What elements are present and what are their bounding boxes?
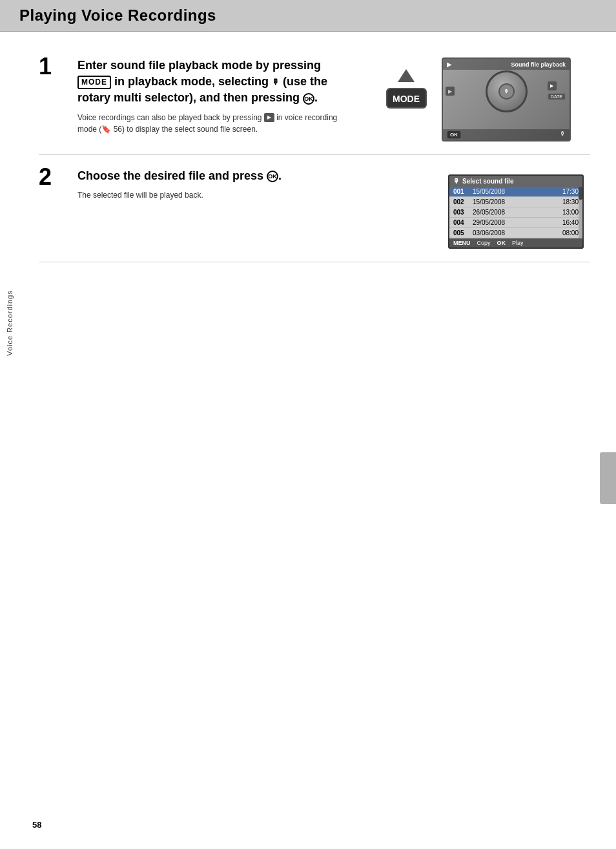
file-time-3: 13:00 <box>556 209 579 216</box>
ok-button-label-2: OK <box>267 171 278 182</box>
screen-top-bar: ▶ Sound file playback <box>443 59 570 70</box>
side-label: Voice Recordings <box>0 258 19 388</box>
screen-title: Sound file playback <box>511 61 566 68</box>
file-time-5: 08:00 <box>556 229 579 236</box>
mode-button-svg: MODE <box>379 66 434 121</box>
step-1-number: 1 <box>39 55 65 78</box>
file-row: 005 03/06/2008 08:00 <box>449 228 582 238</box>
file-num-3: 003 <box>453 209 469 216</box>
file-row: 002 15/05/2008 18:30 <box>449 197 582 207</box>
page-header: Playing Voice Recordings <box>0 0 616 32</box>
screen-bottom-bar: OK 🎙 <box>443 129 570 140</box>
step-2-desc: The selected file will be played back. <box>77 189 429 201</box>
scrollbar-thumb[interactable] <box>579 187 582 200</box>
step-1-text: Enter sound file playback mode by pressi… <box>77 58 364 135</box>
scrollbar-track[interactable] <box>579 187 582 238</box>
camera-screen-inner: ▶ Sound file playback ▶ ▶ DATE <box>443 59 570 140</box>
footer-play-label: Play <box>512 240 524 246</box>
file-num-1: 001 <box>453 188 469 195</box>
file-row: 004 29/05/2008 16:40 <box>449 218 582 228</box>
file-date-5: 03/06/2008 <box>473 229 552 236</box>
file-date-2: 15/05/2008 <box>473 198 552 205</box>
play-inline-icon: ▶ <box>264 113 274 122</box>
select-header-title: Select sound file <box>462 178 513 185</box>
side-tab <box>600 452 616 504</box>
mode-button-image: MODE <box>377 64 435 122</box>
file-time-2: 18:30 <box>556 198 579 205</box>
select-file-header: 🎙 Select sound file <box>449 176 582 187</box>
step-1-images: MODE ▶ Sound file playback ▶ <box>377 58 590 142</box>
step-2-text: Choose the desired file and press OK. Th… <box>77 168 435 201</box>
file-num-5: 005 <box>453 229 469 236</box>
select-file-screen: 🎙 Select sound file 001 15/05/2008 17:30… <box>448 174 584 249</box>
footer-menu-label: MENU <box>453 240 471 246</box>
screen-play-small-icon: ▶ <box>548 81 557 90</box>
step-1-title: Enter sound file playback mode by pressi… <box>77 58 358 107</box>
file-date-1: 15/05/2008 <box>473 188 552 195</box>
page-number: 58 <box>32 820 41 830</box>
file-date-3: 26/05/2008 <box>473 209 552 216</box>
mode-button-label: MODE <box>77 76 111 89</box>
svg-text:MODE: MODE <box>393 94 420 104</box>
file-num-2: 002 <box>453 198 469 205</box>
screen-date-button: DATE <box>548 93 566 100</box>
step-1-row: 1 Enter sound file playback mode by pres… <box>39 45 590 155</box>
mic-icon: 🎙 <box>272 77 280 88</box>
step-2-row: 2 Choose the desired file and press OK. … <box>39 155 590 262</box>
side-label-text: Voice Recordings <box>6 290 14 356</box>
file-time-4: 16:40 <box>556 219 579 226</box>
file-row: 003 26/05/2008 13:00 <box>449 207 582 218</box>
svg-marker-0 <box>398 69 415 82</box>
footer-copy-label: Copy <box>477 240 491 246</box>
step-2-number: 2 <box>39 165 65 189</box>
screen-mic-icon: 🎙 <box>560 131 566 139</box>
select-header-icon: 🎙 <box>453 178 460 185</box>
screen-top-right-icons: ▶ DATE <box>548 81 566 100</box>
file-list: 001 15/05/2008 17:30 002 15/05/2008 18:3… <box>449 187 582 238</box>
page-title: Playing Voice Recordings <box>19 6 597 25</box>
file-row: 001 15/05/2008 17:30 <box>449 187 582 197</box>
step-1-desc: Voice recordings can also be played back… <box>77 112 358 135</box>
step-2-title: Choose the desired file and press OK. <box>77 168 429 184</box>
screen-play-icon: ▶ <box>447 61 452 68</box>
screen-ok-button: OK <box>447 131 461 139</box>
select-file-footer: MENU Copy OK Play <box>449 238 582 247</box>
rotary-center: 🎙 <box>498 83 515 100</box>
ok-button-label: OK <box>303 93 314 105</box>
file-time-1: 17:30 <box>556 188 579 195</box>
screen-body: ▶ ▶ DATE 🎙 <box>443 70 570 112</box>
footer-ok-label: OK <box>497 240 506 246</box>
screen-left-play-icon: ▶ <box>446 87 455 96</box>
step-1-camera-screen: ▶ Sound file playback ▶ ▶ DATE <box>442 58 571 142</box>
rotary-dial: 🎙 <box>486 70 528 112</box>
main-content: 1 Enter sound file playback mode by pres… <box>0 32 616 275</box>
step-2-images: 🎙 Select sound file 001 15/05/2008 17:30… <box>448 168 590 249</box>
file-num-4: 004 <box>453 219 469 226</box>
file-date-4: 29/05/2008 <box>473 219 552 226</box>
